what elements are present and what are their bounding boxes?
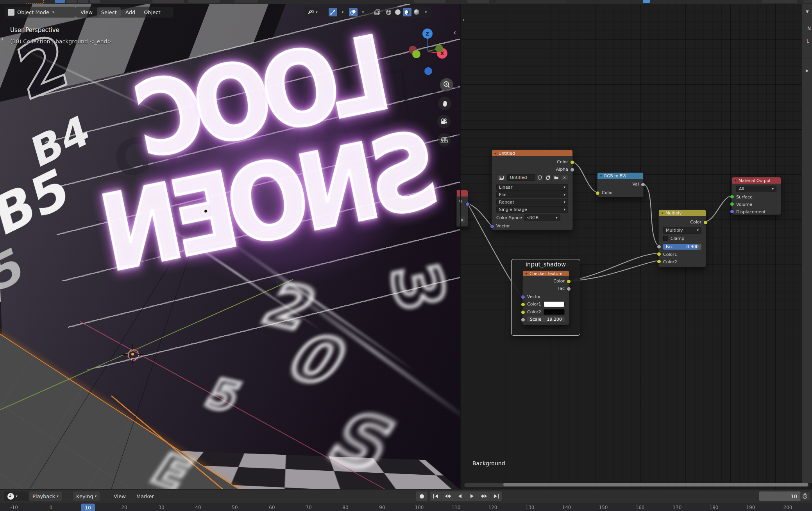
tool-button[interactable] xyxy=(78,0,88,3)
scale-slider[interactable]: Scale 19.200 xyxy=(527,316,565,322)
duplicate-icon[interactable] xyxy=(544,174,552,181)
socket-surface-input[interactable] xyxy=(730,195,734,199)
gizmo-neg-z-ball[interactable] xyxy=(424,67,432,75)
socket-uv-output[interactable] xyxy=(465,202,470,206)
panel-closed-icon[interactable]: ▶ xyxy=(806,68,809,73)
playhead-current-frame[interactable]: 10 xyxy=(81,504,95,511)
tool-button-active[interactable] xyxy=(55,0,65,3)
toolbar-expand-icon[interactable]: › xyxy=(1,34,4,43)
fake-user-shield-icon[interactable] xyxy=(536,174,544,181)
wireframe-shading-icon[interactable] xyxy=(384,8,393,16)
socket-color1-input[interactable] xyxy=(521,302,525,307)
menu-marker[interactable]: Marker xyxy=(133,491,157,501)
node-header[interactable] xyxy=(457,190,468,197)
collapse-icon[interactable]: ▾ xyxy=(735,179,736,182)
socket-fac-input[interactable] xyxy=(657,245,661,249)
menu-select[interactable]: Select xyxy=(97,7,121,17)
node-header[interactable]: ▾ Material Output xyxy=(732,177,781,184)
color2-swatch[interactable] xyxy=(544,309,565,315)
play-reverse-button[interactable] xyxy=(454,491,466,501)
socket-color1-input[interactable] xyxy=(657,252,661,256)
auto-keying-button[interactable] xyxy=(416,491,427,501)
toggle-perspective-button[interactable] xyxy=(438,133,451,147)
mode-selector[interactable]: Object Mode ▾ xyxy=(5,7,76,18)
shading-dropdown[interactable]: ▾ xyxy=(422,8,430,16)
source-dropdown[interactable]: Single Image▾ xyxy=(492,206,572,213)
socket-color-input[interactable] xyxy=(596,191,600,195)
collapse-icon[interactable]: ▾ xyxy=(662,211,663,215)
socket-vector-input[interactable] xyxy=(521,295,525,299)
tool-button[interactable] xyxy=(66,0,77,3)
node-header[interactable]: ▾ Untitled xyxy=(492,150,572,156)
blend-mode-dropdown[interactable]: Multiply▾ xyxy=(659,227,706,234)
sidebar-expand-icon[interactable]: ‹ xyxy=(453,28,456,36)
menu-view[interactable]: View xyxy=(77,7,97,17)
area-divider[interactable] xyxy=(460,4,461,489)
socket-color2-input[interactable] xyxy=(521,310,525,314)
editor-type-selector[interactable]: ▾ xyxy=(4,491,31,501)
node-checker-texture[interactable]: ▾ Checker Texture Color Fac Vector Color… xyxy=(522,270,569,325)
node-mix-multiply[interactable]: ▾ Multiply Color Multiply▾ Clamp Fac 0.9… xyxy=(658,209,706,267)
interpolation-dropdown[interactable]: Linear▾ xyxy=(492,184,572,191)
image-name-field[interactable]: Untitled xyxy=(507,174,535,181)
color-space-dropdown[interactable]: sRGB▾ xyxy=(524,214,560,221)
playback-clock-icon[interactable] xyxy=(800,492,810,500)
overlays-dropdown[interactable]: ▾ xyxy=(359,8,367,16)
node-header[interactable]: ▾ RGB to BW xyxy=(597,173,643,179)
image-icon[interactable] xyxy=(496,174,506,181)
collapse-icon[interactable]: ▾ xyxy=(495,152,496,155)
play-button[interactable] xyxy=(466,491,478,501)
fac-slider[interactable]: Fac 0.900 xyxy=(663,244,701,250)
node-header[interactable]: ▾ Checker Texture xyxy=(523,271,569,276)
gizmo-neg-y-ball[interactable] xyxy=(412,50,420,58)
node-header[interactable]: ▾ Multiply xyxy=(659,210,706,216)
color1-swatch[interactable] xyxy=(544,301,565,307)
current-frame-field[interactable]: 10 xyxy=(759,491,801,501)
header-field[interactable] xyxy=(762,0,797,3)
panel-open-icon[interactable]: ▼ xyxy=(806,9,809,14)
jump-to-start-button[interactable] xyxy=(430,491,442,501)
toggle-xray-icon[interactable] xyxy=(373,8,381,16)
header-field[interactable] xyxy=(496,0,567,3)
node-material-output[interactable]: ▾ Material Output All▾ Surface Volume Di… xyxy=(732,177,781,215)
node-rgb-to-bw[interactable]: ▾ RGB to BW Val Color xyxy=(597,172,644,197)
socket-vector-input[interactable] xyxy=(490,224,494,229)
projection-dropdown[interactable]: Flat▾ xyxy=(492,191,572,198)
menu-keying[interactable]: Keying▾ xyxy=(73,491,100,501)
show-gizmo-icon[interactable] xyxy=(329,8,337,16)
header-field[interactable] xyxy=(188,0,220,3)
timeline-ruler[interactable]: -10 0 20 30 40 50 60 70 80 90 100 110 12… xyxy=(0,503,812,511)
collapse-icon[interactable]: ▾ xyxy=(600,174,602,178)
zoom-button[interactable] xyxy=(440,78,453,91)
socket-fac-output[interactable] xyxy=(567,287,571,291)
material-preview-shading-icon[interactable] xyxy=(403,8,411,16)
scrollbar-thumb-horizontal[interactable] xyxy=(503,483,808,486)
gizmo-dropdown[interactable]: ▾ xyxy=(338,8,347,16)
unlink-icon[interactable]: × xyxy=(561,174,568,181)
socket-color-output[interactable] xyxy=(703,220,708,225)
collapse-icon[interactable]: ▾ xyxy=(526,272,527,275)
node-texture-coordinate-partial[interactable]: V × xyxy=(456,190,468,227)
jump-to-end-button[interactable] xyxy=(490,491,502,501)
header-field[interactable] xyxy=(803,0,812,3)
solid-shading-icon[interactable] xyxy=(393,8,402,16)
socket-alpha-output[interactable] xyxy=(570,168,574,172)
gizmo-y-ball[interactable] xyxy=(435,45,443,52)
camera-view-button[interactable] xyxy=(437,115,451,128)
3d-viewport[interactable]: 2 B4 B5 5 C4 2 U A 2 0 5 3 S E COOL COOL… xyxy=(0,4,460,489)
pan-hand-button[interactable] xyxy=(438,97,451,110)
next-keyframe-button[interactable] xyxy=(478,491,490,501)
header-toggle-active[interactable] xyxy=(643,0,650,3)
extension-dropdown[interactable]: Repeat▾ xyxy=(492,199,572,205)
show-overlays-icon[interactable] xyxy=(349,8,358,16)
gizmo-z-ball[interactable]: Z xyxy=(422,29,433,39)
socket-scale-input[interactable] xyxy=(521,318,525,322)
header-field[interactable] xyxy=(234,0,258,3)
target-dropdown[interactable]: All▾ xyxy=(732,186,781,192)
header-field[interactable] xyxy=(467,0,489,3)
eye-cursor-icon[interactable] xyxy=(307,9,314,15)
menu-add[interactable]: Add xyxy=(122,7,139,17)
node-toolbar-expand-icon[interactable]: › xyxy=(462,16,465,23)
menu-playback[interactable]: Playback▾ xyxy=(29,491,62,501)
rendered-shading-icon[interactable] xyxy=(412,8,421,16)
